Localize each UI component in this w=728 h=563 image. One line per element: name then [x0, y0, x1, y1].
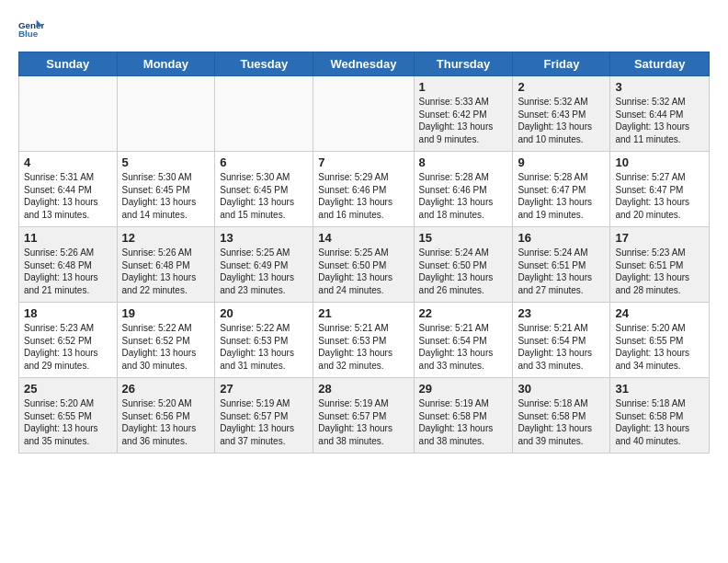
calendar-cell: 17Sunrise: 5:23 AM Sunset: 6:51 PM Dayli… — [610, 227, 710, 303]
cell-info: Sunrise: 5:32 AM Sunset: 6:44 PM Dayligh… — [615, 96, 704, 145]
day-number: 30 — [518, 382, 605, 396]
cell-info: Sunrise: 5:24 AM Sunset: 6:51 PM Dayligh… — [518, 247, 605, 296]
day-number: 12 — [122, 231, 210, 245]
logo-icon: General Blue — [18, 17, 44, 42]
calendar-cell: 21Sunrise: 5:21 AM Sunset: 6:53 PM Dayli… — [313, 303, 414, 378]
calendar-week-row: 1Sunrise: 5:33 AM Sunset: 6:42 PM Daylig… — [19, 76, 710, 152]
cell-info: Sunrise: 5:21 AM Sunset: 6:54 PM Dayligh… — [419, 322, 508, 372]
cell-info: Sunrise: 5:25 AM Sunset: 6:50 PM Dayligh… — [318, 247, 408, 296]
day-number: 11 — [24, 231, 112, 245]
calendar-cell: 4Sunrise: 5:31 AM Sunset: 6:44 PM Daylig… — [19, 152, 118, 227]
day-number: 9 — [518, 155, 605, 169]
calendar-week-row: 11Sunrise: 5:26 AM Sunset: 6:48 PM Dayli… — [19, 227, 710, 303]
calendar-cell: 24Sunrise: 5:20 AM Sunset: 6:55 PM Dayli… — [610, 303, 710, 378]
calendar-cell: 11Sunrise: 5:26 AM Sunset: 6:48 PM Dayli… — [19, 227, 118, 303]
cell-info: Sunrise: 5:22 AM Sunset: 6:53 PM Dayligh… — [220, 322, 308, 372]
day-number: 29 — [419, 382, 508, 396]
cell-info: Sunrise: 5:23 AM Sunset: 6:52 PM Dayligh… — [24, 322, 112, 372]
day-number: 28 — [318, 382, 408, 396]
day-number: 2 — [518, 80, 605, 94]
days-of-week-row: SundayMondayTuesdayWednesdayThursdayFrid… — [19, 52, 710, 76]
calendar-cell: 29Sunrise: 5:19 AM Sunset: 6:58 PM Dayli… — [414, 378, 513, 454]
calendar-cell: 10Sunrise: 5:27 AM Sunset: 6:47 PM Dayli… — [610, 152, 710, 227]
day-number: 6 — [220, 155, 308, 169]
day-of-week-header: Wednesday — [313, 52, 414, 76]
cell-info: Sunrise: 5:23 AM Sunset: 6:51 PM Dayligh… — [615, 247, 704, 296]
day-number: 15 — [419, 231, 508, 245]
day-of-week-header: Saturday — [610, 52, 710, 76]
day-number: 8 — [419, 155, 508, 169]
cell-info: Sunrise: 5:28 AM Sunset: 6:46 PM Dayligh… — [419, 171, 508, 221]
day-number: 13 — [220, 231, 308, 245]
calendar-cell: 8Sunrise: 5:28 AM Sunset: 6:46 PM Daylig… — [414, 152, 513, 227]
cell-info: Sunrise: 5:27 AM Sunset: 6:47 PM Dayligh… — [615, 171, 704, 221]
day-of-week-header: Sunday — [19, 52, 118, 76]
calendar-cell: 2Sunrise: 5:32 AM Sunset: 6:43 PM Daylig… — [513, 76, 610, 152]
cell-info: Sunrise: 5:22 AM Sunset: 6:52 PM Dayligh… — [122, 322, 210, 372]
day-number: 4 — [24, 155, 112, 169]
day-number: 3 — [615, 80, 704, 94]
cell-info: Sunrise: 5:30 AM Sunset: 6:45 PM Dayligh… — [122, 171, 210, 221]
cell-info: Sunrise: 5:26 AM Sunset: 6:48 PM Dayligh… — [122, 247, 210, 296]
calendar-cell: 23Sunrise: 5:21 AM Sunset: 6:54 PM Dayli… — [513, 303, 610, 378]
calendar-table: SundayMondayTuesdayWednesdayThursdayFrid… — [18, 52, 710, 454]
calendar-cell — [215, 76, 313, 152]
calendar-cell: 14Sunrise: 5:25 AM Sunset: 6:50 PM Dayli… — [313, 227, 414, 303]
day-of-week-header: Friday — [513, 52, 610, 76]
day-number: 20 — [220, 306, 308, 320]
calendar-cell — [117, 76, 215, 152]
day-of-week-header: Monday — [117, 52, 215, 76]
cell-info: Sunrise: 5:18 AM Sunset: 6:58 PM Dayligh… — [518, 397, 605, 447]
calendar-cell: 6Sunrise: 5:30 AM Sunset: 6:45 PM Daylig… — [215, 152, 313, 227]
day-number: 14 — [318, 231, 408, 245]
calendar-cell: 22Sunrise: 5:21 AM Sunset: 6:54 PM Dayli… — [414, 303, 513, 378]
cell-info: Sunrise: 5:33 AM Sunset: 6:42 PM Dayligh… — [419, 96, 508, 145]
cell-info: Sunrise: 5:18 AM Sunset: 6:58 PM Dayligh… — [615, 397, 704, 447]
cell-info: Sunrise: 5:24 AM Sunset: 6:50 PM Dayligh… — [419, 247, 508, 296]
calendar-cell: 28Sunrise: 5:19 AM Sunset: 6:57 PM Dayli… — [313, 378, 414, 454]
cell-info: Sunrise: 5:26 AM Sunset: 6:48 PM Dayligh… — [24, 247, 112, 296]
calendar-week-row: 18Sunrise: 5:23 AM Sunset: 6:52 PM Dayli… — [19, 303, 710, 378]
calendar-body: 1Sunrise: 5:33 AM Sunset: 6:42 PM Daylig… — [19, 76, 710, 454]
day-number: 25 — [24, 382, 112, 396]
calendar-week-row: 4Sunrise: 5:31 AM Sunset: 6:44 PM Daylig… — [19, 152, 710, 227]
cell-info: Sunrise: 5:20 AM Sunset: 6:55 PM Dayligh… — [24, 397, 112, 447]
calendar-cell: 5Sunrise: 5:30 AM Sunset: 6:45 PM Daylig… — [117, 152, 215, 227]
calendar-cell — [313, 76, 414, 152]
calendar-cell: 13Sunrise: 5:25 AM Sunset: 6:49 PM Dayli… — [215, 227, 313, 303]
day-number: 27 — [220, 382, 308, 396]
day-number: 24 — [615, 306, 704, 320]
day-number: 22 — [419, 306, 508, 320]
calendar-cell: 18Sunrise: 5:23 AM Sunset: 6:52 PM Dayli… — [19, 303, 118, 378]
cell-info: Sunrise: 5:20 AM Sunset: 6:56 PM Dayligh… — [122, 397, 210, 447]
day-number: 19 — [122, 306, 210, 320]
day-of-week-header: Tuesday — [215, 52, 313, 76]
calendar-cell: 12Sunrise: 5:26 AM Sunset: 6:48 PM Dayli… — [117, 227, 215, 303]
calendar-cell: 3Sunrise: 5:32 AM Sunset: 6:44 PM Daylig… — [610, 76, 710, 152]
calendar-cell: 27Sunrise: 5:19 AM Sunset: 6:57 PM Dayli… — [215, 378, 313, 454]
calendar-cell: 26Sunrise: 5:20 AM Sunset: 6:56 PM Dayli… — [117, 378, 215, 454]
calendar-cell: 7Sunrise: 5:29 AM Sunset: 6:46 PM Daylig… — [313, 152, 414, 227]
cell-info: Sunrise: 5:28 AM Sunset: 6:47 PM Dayligh… — [518, 171, 605, 221]
day-number: 16 — [518, 231, 605, 245]
day-number: 23 — [518, 306, 605, 320]
cell-info: Sunrise: 5:31 AM Sunset: 6:44 PM Dayligh… — [24, 171, 112, 221]
cell-info: Sunrise: 5:32 AM Sunset: 6:43 PM Dayligh… — [518, 96, 605, 145]
day-number: 31 — [615, 382, 704, 396]
cell-info: Sunrise: 5:19 AM Sunset: 6:58 PM Dayligh… — [419, 397, 508, 447]
cell-info: Sunrise: 5:21 AM Sunset: 6:53 PM Dayligh… — [318, 322, 408, 372]
calendar-cell: 20Sunrise: 5:22 AM Sunset: 6:53 PM Dayli… — [215, 303, 313, 378]
cell-info: Sunrise: 5:29 AM Sunset: 6:46 PM Dayligh… — [318, 171, 408, 221]
cell-info: Sunrise: 5:19 AM Sunset: 6:57 PM Dayligh… — [220, 397, 308, 447]
calendar-cell: 1Sunrise: 5:33 AM Sunset: 6:42 PM Daylig… — [414, 76, 513, 152]
day-number: 21 — [318, 306, 408, 320]
page-header: General Blue — [18, 17, 710, 42]
day-number: 10 — [615, 155, 704, 169]
day-number: 1 — [419, 80, 508, 94]
calendar-cell: 31Sunrise: 5:18 AM Sunset: 6:58 PM Dayli… — [610, 378, 710, 454]
calendar-cell — [19, 76, 118, 152]
calendar-week-row: 25Sunrise: 5:20 AM Sunset: 6:55 PM Dayli… — [19, 378, 710, 454]
day-number: 17 — [615, 231, 704, 245]
calendar-cell: 30Sunrise: 5:18 AM Sunset: 6:58 PM Dayli… — [513, 378, 610, 454]
day-number: 26 — [122, 382, 210, 396]
